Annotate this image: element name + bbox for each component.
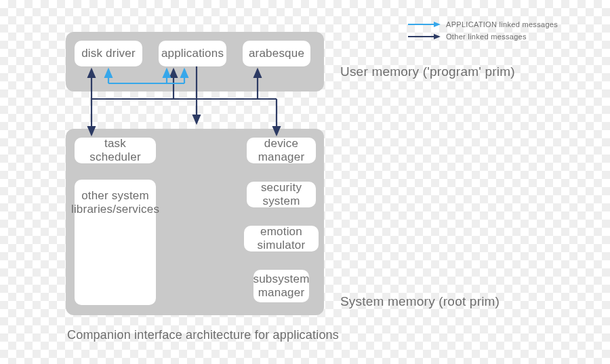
diagram-caption: Companion interface architecture for app… <box>67 328 339 342</box>
legend-arrow-app-icon <box>408 20 441 28</box>
node-disk-driver: disk driver <box>75 41 142 66</box>
node-label: disk driver <box>81 47 136 60</box>
node-label: subsystem manager <box>253 272 309 300</box>
node-device-manager: device manager <box>247 138 316 163</box>
legend-row-app: APPLICATION linked messages <box>408 19 598 30</box>
svg-marker-3 <box>434 34 441 39</box>
node-task-scheduler: task scheduler <box>75 138 156 163</box>
node-arabesque: arabesque <box>243 41 310 66</box>
node-label: device manager <box>252 137 310 164</box>
node-applications: applications <box>159 41 226 66</box>
node-label: security system <box>252 181 310 208</box>
legend-label-app: APPLICATION linked messages <box>446 20 558 28</box>
node-label: emotion simulator <box>249 225 313 252</box>
node-emotion-simulator: emotion simulator <box>244 226 319 251</box>
system-memory-label: System memory (root prim) <box>340 294 500 309</box>
user-memory-label: User memory ('program' prim) <box>340 64 515 79</box>
legend-arrow-other-icon <box>408 33 441 41</box>
legend-row-other: Other linked messages <box>408 31 598 42</box>
node-security-system: security system <box>247 182 316 207</box>
node-label: task scheduler <box>80 137 150 164</box>
svg-marker-1 <box>434 22 441 27</box>
node-label: other system libraries/services <box>71 189 159 216</box>
node-other-libs: other system libraries/services <box>75 180 156 305</box>
node-label: applications <box>161 47 224 60</box>
node-subsystem-manager: subsystem manager <box>253 270 309 302</box>
node-label: arabesque <box>249 47 304 60</box>
legend: APPLICATION linked messages Other linked… <box>408 19 598 43</box>
legend-label-other: Other linked messages <box>446 33 527 41</box>
